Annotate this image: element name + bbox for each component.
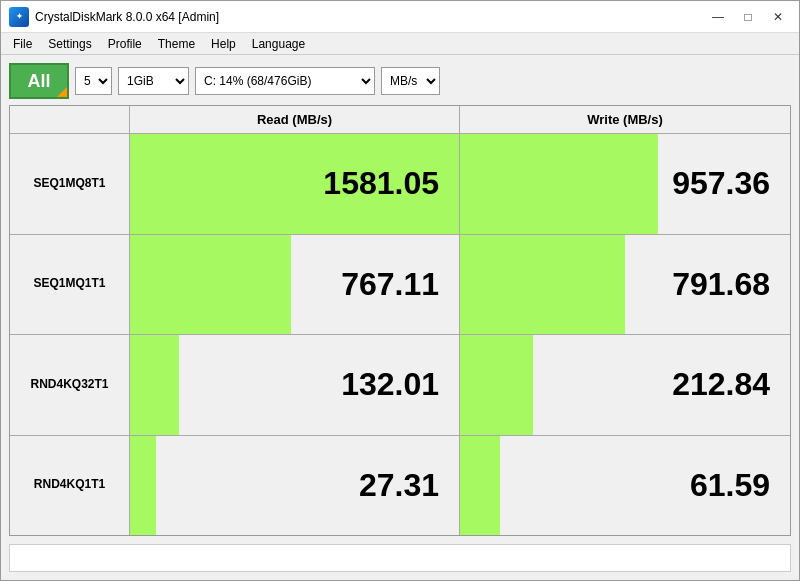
table-row: SEQ1M Q8T1 1581.05 957.36 xyxy=(10,134,790,235)
app-icon-text: ✦ xyxy=(16,12,23,21)
row-read-2: 132.01 xyxy=(130,335,460,435)
write-bar-1 xyxy=(460,235,625,335)
menu-profile[interactable]: Profile xyxy=(100,35,150,53)
table-header: Read (MB/s) Write (MB/s) xyxy=(10,106,790,134)
title-bar-controls: — □ ✕ xyxy=(705,7,791,27)
write-value-1: 791.68 xyxy=(672,266,770,303)
title-bar: ✦ CrystalDiskMark 8.0.0 x64 [Admin] — □ … xyxy=(1,1,799,33)
row-write-3: 61.59 xyxy=(460,436,790,536)
table-row: RND4K Q32T1 132.01 212.84 xyxy=(10,335,790,436)
write-bar-3 xyxy=(460,436,500,536)
write-value-2: 212.84 xyxy=(672,366,770,403)
count-select[interactable]: 5 1 3 9 xyxy=(75,67,112,95)
row-write-2: 212.84 xyxy=(460,335,790,435)
read-value-3: 27.31 xyxy=(359,467,439,504)
title-bar-left: ✦ CrystalDiskMark 8.0.0 x64 [Admin] xyxy=(9,7,219,27)
read-bar-1 xyxy=(130,235,291,335)
row-label-0: SEQ1M Q8T1 xyxy=(10,134,130,234)
main-content: All 5 1 3 9 1GiB 512MiB 2GiB 4GiB C: 14%… xyxy=(1,55,799,580)
row-label-sub-2: Q32T1 xyxy=(72,377,109,393)
drive-select[interactable]: C: 14% (68/476GiB) xyxy=(195,67,375,95)
app-icon: ✦ xyxy=(9,7,29,27)
row-read-3: 27.31 xyxy=(130,436,460,536)
minimize-button[interactable]: — xyxy=(705,7,731,27)
row-label-text-1: SEQ1M xyxy=(33,276,75,292)
maximize-button[interactable]: □ xyxy=(735,7,761,27)
row-label-text-0: SEQ1M xyxy=(33,176,75,192)
menu-bar: File Settings Profile Theme Help Languag… xyxy=(1,33,799,55)
window-title: CrystalDiskMark 8.0.0 x64 [Admin] xyxy=(35,10,219,24)
read-value-1: 767.11 xyxy=(341,266,439,303)
row-label-3: RND4K Q1T1 xyxy=(10,436,130,536)
close-button[interactable]: ✕ xyxy=(765,7,791,27)
write-bar-0 xyxy=(460,134,658,234)
row-label-sub-0: Q8T1 xyxy=(76,176,106,192)
row-label-text-3: RND4K xyxy=(34,477,75,493)
row-label-sub-3: Q1T1 xyxy=(75,477,105,493)
header-read: Read (MB/s) xyxy=(130,106,460,134)
row-label-text-2: RND4K xyxy=(30,377,71,393)
menu-help[interactable]: Help xyxy=(203,35,244,53)
read-value-2: 132.01 xyxy=(341,366,439,403)
unit-select[interactable]: MB/s GB/s IOPS μs xyxy=(381,67,440,95)
row-label-2: RND4K Q32T1 xyxy=(10,335,130,435)
row-label-sub-1: Q1T1 xyxy=(76,276,106,292)
row-write-1: 791.68 xyxy=(460,235,790,335)
menu-file[interactable]: File xyxy=(5,35,40,53)
read-value-0: 1581.05 xyxy=(323,165,439,202)
read-bar-2 xyxy=(130,335,179,435)
menu-theme[interactable]: Theme xyxy=(150,35,203,53)
status-bar xyxy=(9,544,791,572)
read-bar-3 xyxy=(130,436,156,536)
all-button[interactable]: All xyxy=(9,63,69,99)
write-bar-2 xyxy=(460,335,533,435)
write-value-3: 61.59 xyxy=(690,467,770,504)
menu-language[interactable]: Language xyxy=(244,35,313,53)
write-value-0: 957.36 xyxy=(672,165,770,202)
header-label xyxy=(10,106,130,134)
table-row: SEQ1M Q1T1 767.11 791.68 xyxy=(10,235,790,336)
benchmark-table: Read (MB/s) Write (MB/s) SEQ1M Q8T1 1581… xyxy=(9,105,791,536)
row-read-1: 767.11 xyxy=(130,235,460,335)
controls-row: All 5 1 3 9 1GiB 512MiB 2GiB 4GiB C: 14%… xyxy=(9,63,791,99)
row-label-1: SEQ1M Q1T1 xyxy=(10,235,130,335)
table-row: RND4K Q1T1 27.31 61.59 xyxy=(10,436,790,536)
header-write: Write (MB/s) xyxy=(460,106,790,134)
app-window: ✦ CrystalDiskMark 8.0.0 x64 [Admin] — □ … xyxy=(0,0,800,581)
table-rows: SEQ1M Q8T1 1581.05 957.36 SEQ1M xyxy=(10,134,790,535)
row-write-0: 957.36 xyxy=(460,134,790,234)
menu-settings[interactable]: Settings xyxy=(40,35,99,53)
row-read-0: 1581.05 xyxy=(130,134,460,234)
size-select[interactable]: 1GiB 512MiB 2GiB 4GiB xyxy=(118,67,189,95)
